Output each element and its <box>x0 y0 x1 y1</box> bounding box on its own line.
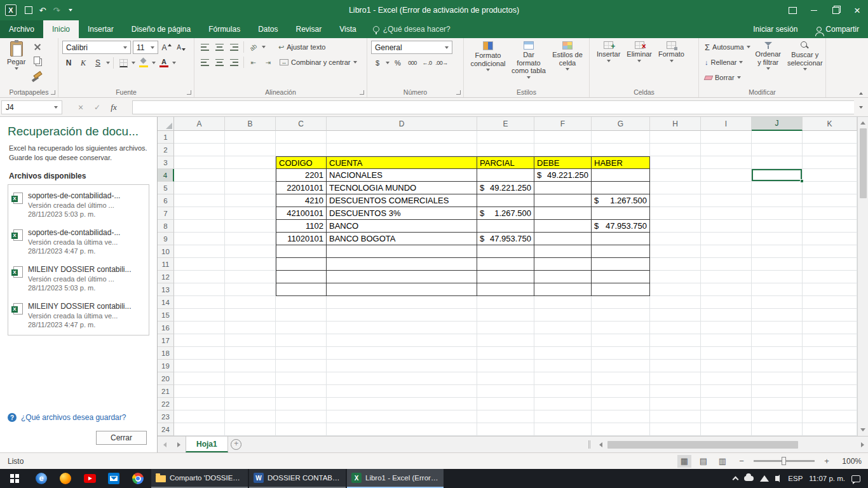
cell-H23[interactable] <box>650 410 701 423</box>
mail-icon[interactable] <box>102 469 126 488</box>
cell-F9[interactable] <box>534 233 592 245</box>
cell-K15[interactable] <box>803 309 857 322</box>
previous-sheet-icon[interactable] <box>158 437 172 452</box>
italic-button[interactable]: K <box>77 57 90 69</box>
cell-C6[interactable]: 4210 <box>276 194 327 207</box>
cell-G16[interactable] <box>592 322 650 334</box>
cell-G3[interactable]: HABER <box>592 156 650 169</box>
cell-E13[interactable] <box>477 283 534 296</box>
clipboard-dialog-launcher-icon[interactable] <box>51 90 55 95</box>
cell-C8[interactable]: 1102 <box>276 220 327 233</box>
borders-icon[interactable] <box>119 59 128 67</box>
cell-K17[interactable] <box>803 334 857 347</box>
cell-J17[interactable] <box>752 334 803 347</box>
col-header-A[interactable]: A <box>174 117 225 131</box>
cell-A7[interactable] <box>174 207 225 220</box>
cell-E21[interactable] <box>477 385 534 398</box>
cell-G17[interactable] <box>592 334 650 347</box>
cell-H13[interactable] <box>650 283 701 296</box>
cell-I3[interactable] <box>701 156 752 169</box>
cell-D20[interactable] <box>327 372 477 385</box>
cell-C9[interactable]: 11020101 <box>276 233 327 245</box>
horizontal-scrollbar[interactable] <box>595 437 868 452</box>
cell-I14[interactable] <box>701 296 752 309</box>
cell-C4[interactable]: 2201 <box>276 169 327 182</box>
cell-B13[interactable] <box>225 283 276 296</box>
cell-H21[interactable] <box>650 385 701 398</box>
cell-A11[interactable] <box>174 258 225 271</box>
taskbar-app-word[interactable]: DOSSIER CONTABILID... <box>249 469 346 488</box>
cell-K11[interactable] <box>803 258 857 271</box>
scroll-left-icon[interactable] <box>595 437 606 452</box>
cell-J16[interactable] <box>752 322 803 334</box>
col-header-E[interactable]: E <box>477 117 534 131</box>
cell-G6[interactable]: $1.267.500 <box>592 194 650 207</box>
increase-font-size-icon[interactable] <box>160 41 173 54</box>
cell-A8[interactable] <box>174 220 225 233</box>
cell-K12[interactable] <box>803 271 857 283</box>
cell-A13[interactable] <box>174 283 225 296</box>
cell-D7[interactable]: DESCUENTOS 3% <box>327 207 477 220</box>
cell-F22[interactable] <box>534 398 592 410</box>
cell-A24[interactable] <box>174 423 225 436</box>
page-layout-view-button[interactable] <box>696 455 710 468</box>
cell-E20[interactable] <box>477 372 534 385</box>
cell-G8[interactable]: $47.953.750 <box>592 220 650 233</box>
cell-I13[interactable] <box>701 283 752 296</box>
align-right-icon[interactable] <box>230 59 238 66</box>
cell-B22[interactable] <box>225 398 276 410</box>
cell-H1[interactable] <box>650 131 701 144</box>
row-header-18[interactable]: 18 <box>158 347 174 360</box>
zoom-in-button[interactable] <box>820 455 834 468</box>
undo-icon[interactable] <box>36 3 50 17</box>
cell-E10[interactable] <box>477 245 534 258</box>
cell-G10[interactable] <box>592 245 650 258</box>
cell-H3[interactable] <box>650 156 701 169</box>
cell-F6[interactable] <box>534 194 592 207</box>
cell-C21[interactable] <box>276 385 327 398</box>
increase-indent-icon[interactable]: ⇥ <box>262 56 275 69</box>
clock[interactable]: 11:07 p. m. <box>809 475 845 482</box>
cell-H2[interactable] <box>650 144 701 156</box>
ribbon-display-options-icon[interactable] <box>782 0 803 20</box>
cell-F12[interactable] <box>534 271 592 283</box>
wrap-text-button[interactable]: Ajustar texto <box>276 41 327 53</box>
cell-I19[interactable] <box>701 360 752 372</box>
cell-H18[interactable] <box>650 347 701 360</box>
cell-F17[interactable] <box>534 334 592 347</box>
cell-I11[interactable] <box>701 258 752 271</box>
cell-E3[interactable]: PARCIAL <box>477 156 534 169</box>
scroll-right-icon[interactable] <box>857 437 868 452</box>
cell-J4[interactable] <box>752 169 803 182</box>
font-color-icon[interactable] <box>159 58 168 67</box>
recovered-file-item[interactable]: soportes-de-contabilidad-... Versión cre… <box>13 228 144 255</box>
cell-I6[interactable] <box>701 194 752 207</box>
hidden-icons-chevron[interactable] <box>733 477 739 483</box>
cell-B5[interactable] <box>225 182 276 194</box>
cell-C2[interactable] <box>276 144 327 156</box>
orientation-icon[interactable] <box>248 42 259 52</box>
row-header-22[interactable]: 22 <box>158 398 174 410</box>
cell-B23[interactable] <box>225 410 276 423</box>
formula-bar-expand-icon[interactable] <box>859 106 863 109</box>
cell-D3[interactable]: CUENTA <box>327 156 477 169</box>
row-header-20[interactable]: 20 <box>158 372 174 385</box>
enter-icon[interactable] <box>90 100 105 114</box>
cell-E24[interactable] <box>477 423 534 436</box>
chevron-down-icon[interactable] <box>172 62 176 64</box>
cell-E14[interactable] <box>477 296 534 309</box>
share-button[interactable]: Compartir <box>808 20 868 38</box>
cell-F11[interactable] <box>534 258 592 271</box>
youtube-icon[interactable] <box>78 469 102 488</box>
row-header-10[interactable]: 10 <box>158 245 174 258</box>
insert-function-icon[interactable]: fx <box>106 100 121 114</box>
cell-K10[interactable] <box>803 245 857 258</box>
cell-E17[interactable] <box>477 334 534 347</box>
cell-G14[interactable] <box>592 296 650 309</box>
volume-icon[interactable] <box>775 476 778 481</box>
tab-archivo[interactable]: Archivo <box>0 20 43 38</box>
cell-C24[interactable] <box>276 423 327 436</box>
cell-I16[interactable] <box>701 322 752 334</box>
decrease-indent-icon[interactable]: ⇤ <box>247 56 260 69</box>
cell-B15[interactable] <box>225 309 276 322</box>
